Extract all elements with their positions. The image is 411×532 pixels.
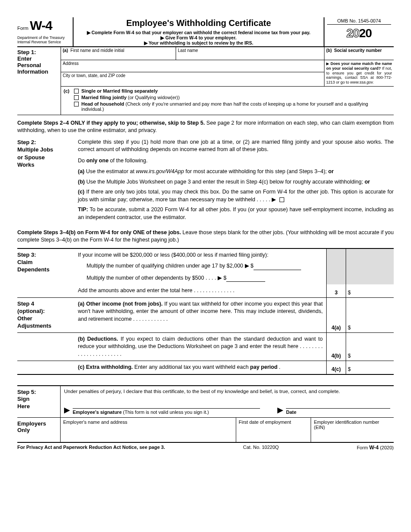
step2-option-c: (c) If there are only two jobs total, yo… (78, 188, 394, 203)
checkbox-married-jointly[interactable] (74, 95, 79, 100)
step3-total-amount[interactable]: $ (346, 284, 394, 297)
header-instr-1: ▶ Complete Form W-4 so that your employe… (76, 30, 321, 35)
step3-children-amount[interactable] (254, 270, 301, 270)
form-w4-page: Form W-4 Department of the Treasury Inte… (17, 17, 394, 451)
step4a-text: (a) Other income (not from jobs). If you… (78, 298, 326, 332)
step4b-amount[interactable]: $ (346, 333, 394, 361)
step4-label: Step 4 (optional): Other Adjustments (17, 298, 78, 332)
steps-3-4-table: Step 3: Claim Dependents If your income … (17, 248, 394, 375)
step3-amt-grey (346, 249, 394, 285)
filing-hoh-label: (Check only if you're unmarried and pay … (81, 101, 368, 112)
employers-only-label: Employers Only (17, 418, 61, 442)
step2-option-a: (a) Use the estimator at www.irs.gov/W4A… (78, 168, 394, 176)
ein-field[interactable]: Employer identification number (EIN) (311, 418, 394, 442)
checkbox-single[interactable] (74, 89, 79, 94)
first-name-field[interactable]: (a) First name and middle initial (61, 47, 176, 60)
step3-row-intro: Step 3: Claim Dependents If your income … (17, 249, 394, 285)
step3-other-deps-amount[interactable] (226, 281, 265, 282)
signature-field[interactable]: Employee's signature (This form is not v… (73, 408, 260, 415)
date-arrow-icon: ▶ (277, 405, 283, 415)
ssn-field[interactable]: (b) Social security number (324, 47, 394, 60)
form-prefix: Form (17, 26, 29, 31)
step2-option-b: (b) Use the Multiple Jobs Worksheet on p… (78, 178, 394, 186)
first-date-employment-field[interactable]: First date of employment (236, 418, 311, 442)
last-name-field[interactable]: Last name (176, 47, 324, 60)
step2-label: Step 2: Multiple Jobs or Spouse Works (17, 139, 78, 225)
complete-steps-3-4b-note: Complete Steps 3–4(b) on Form W-4 for on… (17, 229, 394, 244)
step4a-row: Step 4 (optional): Other Adjustments (a)… (17, 298, 394, 333)
step3-line-number: 3 (326, 284, 346, 297)
step4c-text: (c) Extra withholding. Enter any additio… (78, 361, 326, 374)
employer-name-address-field[interactable]: Employer's name and address (61, 418, 236, 442)
step5-block: Step 5: Sign Here Under penalties of per… (17, 385, 394, 443)
omb-number: OMB No. 1545-0074 (327, 18, 391, 25)
checkbox-two-jobs[interactable] (279, 197, 284, 202)
step1-filing-status: (c) Single or Married filing separately … (61, 86, 394, 115)
form-year: 2020 (327, 26, 391, 40)
form-number: W-4 (30, 18, 52, 32)
footer-privacy-notice: For Privacy Act and Paperwork Reduction … (17, 445, 165, 451)
step2-intro: Complete this step if you (1) hold more … (78, 139, 394, 154)
perjury-statement: Under penalties of perjury, I declare th… (64, 389, 390, 394)
step3-numcol-grey (326, 249, 346, 285)
signature-date-field[interactable]: Date (286, 408, 390, 415)
step3-total-text: Add the amounts above and enter the tota… (78, 284, 326, 297)
step3-total-row: Add the amounts above and enter the tota… (17, 284, 394, 298)
page-footer: For Privacy Act and Paperwork Reduction … (17, 445, 394, 451)
step2-block: Step 2: Multiple Jobs or Spouse Works Co… (17, 139, 394, 225)
filing-c-label: (c) (64, 88, 71, 94)
step1-label: Step 1: Enter Personal Information (17, 47, 61, 115)
step4c-line-number: 4(c) (326, 361, 346, 374)
header-instr-2: ▶ Give Form W-4 to your employer. (76, 35, 321, 40)
step1-row-a: (a) First name and middle initial Last n… (61, 47, 394, 60)
header-right: OMB No. 1545-0074 2020 (324, 17, 394, 46)
ssn-name-match-note: ▶ Does your name match the name on your … (324, 60, 394, 86)
footer-cat-no: Cat. No. 10220Q (243, 445, 279, 451)
city-state-zip-field[interactable]: City or town, state, and ZIP code (61, 72, 324, 84)
step3-body: If your income will be $200,000 or less … (78, 249, 326, 285)
step4b-row: (b) Deductions. If you expect to claim d… (17, 333, 394, 361)
step5-row: Step 5: Sign Here Under penalties of per… (17, 386, 394, 418)
step4a-line-number: 4(a) (326, 298, 346, 332)
step4a-amount[interactable]: $ (346, 298, 394, 332)
form-title: Employee's Withholding Certificate (76, 18, 321, 28)
form-header: Form W-4 Department of the Treasury Inte… (17, 17, 394, 47)
header-instr-3: ▶ Your withholding is subject to review … (76, 40, 321, 45)
step2-body: Complete this step if you (1) hold more … (78, 139, 394, 225)
step3-children-line: Multiply the number of qualifying childr… (78, 262, 323, 270)
step2-tip: TIP: To be accurate, submit a 2020 Form … (78, 206, 394, 221)
checkbox-head-household[interactable] (74, 102, 79, 106)
header-center: Employee's Withholding Certificate ▶ Com… (74, 17, 324, 46)
step4b-line-number: 4(b) (326, 333, 346, 361)
step1-block: Step 1: Enter Personal Information (a) F… (17, 47, 394, 115)
step3-label: Step 3: Claim Dependents (17, 249, 78, 285)
step1-row-addr: Address City or town, state, and ZIP cod… (61, 60, 394, 86)
complete-steps-2-4-note: Complete Steps 2–4 ONLY if they apply to… (17, 119, 394, 134)
step3-intro: If your income will be $200,000 or less … (78, 251, 323, 259)
step4b-text: (b) Deductions. If you expect to claim d… (78, 333, 326, 361)
employers-only-row: Employers Only Employer's name and addre… (17, 418, 394, 443)
dept-line-1: Department of the Treasury (17, 35, 71, 40)
filing-single-label: Single or Married filing separately (81, 88, 158, 94)
step3-other-deps-line: Multiply the number of other dependents … (78, 274, 323, 282)
header-left: Form W-4 Department of the Treasury Inte… (17, 17, 74, 46)
step4c-amount[interactable]: $ (346, 361, 394, 374)
signature-arrow-icon: ▶ (64, 405, 70, 415)
step4c-row: (c) Extra withholding. Enter any additio… (17, 361, 394, 375)
step2-do-one: Do only one of the following. (78, 157, 394, 165)
filing-mfj-label: (or Qualifying widow(er)) (127, 95, 180, 100)
step5-body: Under penalties of perjury, I declare th… (61, 386, 394, 417)
footer-form-id: Form W-4 (2020) (357, 445, 394, 451)
dept-line-2: Internal Revenue Service (17, 40, 71, 44)
step5-label: Step 5: Sign Here (17, 386, 61, 417)
address-field[interactable]: Address (61, 60, 324, 72)
